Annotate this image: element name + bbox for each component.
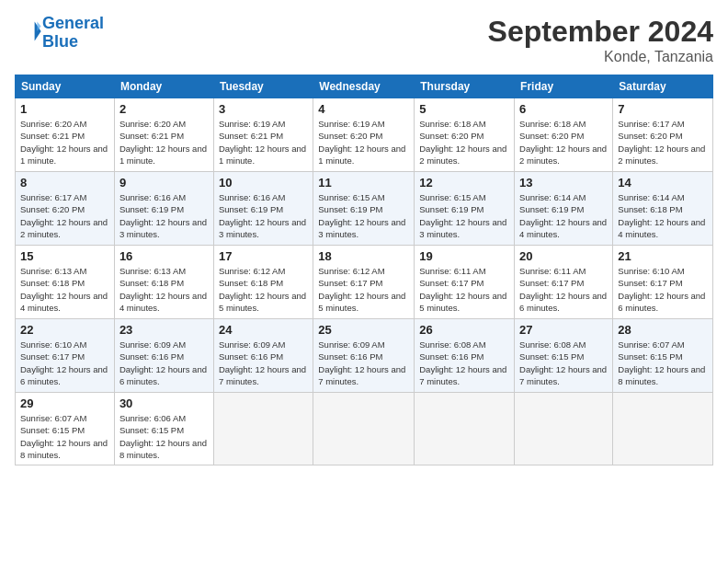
table-row: 8 Sunrise: 6:17 AM Sunset: 6:20 PM Dayli… bbox=[16, 172, 115, 246]
table-row: 19 Sunrise: 6:11 AM Sunset: 6:17 PM Dayl… bbox=[415, 246, 515, 319]
day-info: Sunrise: 6:16 AM Sunset: 6:19 PM Dayligh… bbox=[119, 191, 209, 240]
col-tuesday: Tuesday bbox=[213, 75, 313, 98]
col-wednesday: Wednesday bbox=[313, 75, 415, 98]
table-row: 15 Sunrise: 6:13 AM Sunset: 6:18 PM Dayl… bbox=[16, 246, 115, 319]
day-info: Sunrise: 6:09 AM Sunset: 6:16 PM Dayligh… bbox=[119, 339, 209, 387]
day-info: Sunrise: 6:11 AM Sunset: 6:17 PM Dayligh… bbox=[419, 265, 509, 314]
table-row: 14 Sunrise: 6:14 AM Sunset: 6:18 PM Dayl… bbox=[613, 172, 713, 246]
day-number: 25 bbox=[318, 323, 409, 337]
day-info: Sunrise: 6:18 AM Sunset: 6:20 PM Dayligh… bbox=[419, 118, 509, 167]
table-row: 2 Sunrise: 6:20 AM Sunset: 6:21 PM Dayli… bbox=[114, 98, 213, 172]
day-info: Sunrise: 6:15 AM Sunset: 6:19 PM Dayligh… bbox=[419, 191, 509, 240]
day-info: Sunrise: 6:08 AM Sunset: 6:15 PM Dayligh… bbox=[519, 339, 608, 387]
table-row: 18 Sunrise: 6:12 AM Sunset: 6:17 PM Dayl… bbox=[313, 246, 415, 319]
day-number: 9 bbox=[119, 176, 209, 190]
table-row: 7 Sunrise: 6:17 AM Sunset: 6:20 PM Dayli… bbox=[613, 98, 713, 172]
day-number: 15 bbox=[20, 249, 109, 263]
table-row bbox=[415, 393, 515, 465]
day-info: Sunrise: 6:10 AM Sunset: 6:17 PM Dayligh… bbox=[20, 339, 109, 387]
day-info: Sunrise: 6:19 AM Sunset: 6:20 PM Dayligh… bbox=[318, 118, 409, 167]
day-info: Sunrise: 6:14 AM Sunset: 6:18 PM Dayligh… bbox=[618, 191, 708, 240]
day-number: 2 bbox=[119, 102, 209, 116]
day-number: 14 bbox=[618, 176, 708, 190]
day-number: 28 bbox=[618, 323, 708, 337]
table-row: 4 Sunrise: 6:19 AM Sunset: 6:20 PM Dayli… bbox=[313, 98, 415, 172]
table-row: 28 Sunrise: 6:07 AM Sunset: 6:15 PM Dayl… bbox=[613, 319, 713, 393]
table-row: 6 Sunrise: 6:18 AM Sunset: 6:20 PM Dayli… bbox=[515, 98, 613, 172]
day-info: Sunrise: 6:15 AM Sunset: 6:19 PM Dayligh… bbox=[318, 191, 409, 240]
day-info: Sunrise: 6:06 AM Sunset: 6:15 PM Dayligh… bbox=[119, 412, 209, 461]
day-number: 11 bbox=[318, 176, 409, 190]
calendar-week-row: 22 Sunrise: 6:10 AM Sunset: 6:17 PM Dayl… bbox=[16, 319, 713, 393]
calendar-week-row: 1 Sunrise: 6:20 AM Sunset: 6:21 PM Dayli… bbox=[16, 98, 713, 172]
table-row bbox=[213, 393, 313, 465]
day-number: 26 bbox=[419, 323, 509, 337]
col-monday: Monday bbox=[114, 75, 213, 98]
day-number: 13 bbox=[519, 176, 608, 190]
day-info: Sunrise: 6:12 AM Sunset: 6:17 PM Dayligh… bbox=[318, 265, 409, 314]
day-number: 21 bbox=[618, 249, 708, 263]
calendar-week-row: 15 Sunrise: 6:13 AM Sunset: 6:18 PM Dayl… bbox=[16, 246, 713, 319]
calendar-page: General Blue September 2024 Konde, Tanza… bbox=[0, 0, 728, 563]
calendar-table: Sunday Monday Tuesday Wednesday Thursday… bbox=[15, 75, 713, 465]
table-row: 22 Sunrise: 6:10 AM Sunset: 6:17 PM Dayl… bbox=[16, 319, 115, 393]
day-info: Sunrise: 6:10 AM Sunset: 6:17 PM Dayligh… bbox=[618, 265, 708, 314]
table-row: 12 Sunrise: 6:15 AM Sunset: 6:19 PM Dayl… bbox=[415, 172, 515, 246]
calendar-header-row: Sunday Monday Tuesday Wednesday Thursday… bbox=[16, 75, 713, 98]
day-info: Sunrise: 6:07 AM Sunset: 6:15 PM Dayligh… bbox=[20, 412, 109, 461]
day-info: Sunrise: 6:08 AM Sunset: 6:16 PM Dayligh… bbox=[419, 339, 509, 387]
table-row: 25 Sunrise: 6:09 AM Sunset: 6:16 PM Dayl… bbox=[313, 319, 415, 393]
day-number: 16 bbox=[119, 249, 209, 263]
day-info: Sunrise: 6:09 AM Sunset: 6:16 PM Dayligh… bbox=[318, 339, 409, 387]
day-number: 7 bbox=[618, 102, 708, 116]
table-row bbox=[515, 393, 613, 465]
day-number: 24 bbox=[219, 323, 308, 337]
table-row: 1 Sunrise: 6:20 AM Sunset: 6:21 PM Dayli… bbox=[16, 98, 115, 172]
calendar-week-row: 8 Sunrise: 6:17 AM Sunset: 6:20 PM Dayli… bbox=[16, 172, 713, 246]
table-row: 23 Sunrise: 6:09 AM Sunset: 6:16 PM Dayl… bbox=[114, 319, 213, 393]
logo-icon bbox=[17, 18, 42, 44]
day-number: 22 bbox=[20, 323, 109, 337]
logo-text: General Blue bbox=[42, 15, 104, 52]
table-row: 20 Sunrise: 6:11 AM Sunset: 6:17 PM Dayl… bbox=[515, 246, 613, 319]
table-row: 11 Sunrise: 6:15 AM Sunset: 6:19 PM Dayl… bbox=[313, 172, 415, 246]
table-row: 26 Sunrise: 6:08 AM Sunset: 6:16 PM Dayl… bbox=[415, 319, 515, 393]
day-info: Sunrise: 6:19 AM Sunset: 6:21 PM Dayligh… bbox=[219, 118, 308, 167]
day-info: Sunrise: 6:20 AM Sunset: 6:21 PM Dayligh… bbox=[119, 118, 209, 167]
day-number: 5 bbox=[419, 102, 509, 116]
day-number: 1 bbox=[20, 102, 109, 116]
day-info: Sunrise: 6:13 AM Sunset: 6:18 PM Dayligh… bbox=[20, 265, 109, 314]
header: General Blue September 2024 Konde, Tanza… bbox=[15, 15, 713, 65]
table-row: 27 Sunrise: 6:08 AM Sunset: 6:15 PM Dayl… bbox=[515, 319, 613, 393]
day-info: Sunrise: 6:16 AM Sunset: 6:19 PM Dayligh… bbox=[219, 191, 308, 240]
day-info: Sunrise: 6:20 AM Sunset: 6:21 PM Dayligh… bbox=[20, 118, 109, 167]
table-row: 16 Sunrise: 6:13 AM Sunset: 6:18 PM Dayl… bbox=[114, 246, 213, 319]
table-row: 24 Sunrise: 6:09 AM Sunset: 6:16 PM Dayl… bbox=[213, 319, 313, 393]
day-info: Sunrise: 6:12 AM Sunset: 6:18 PM Dayligh… bbox=[219, 265, 308, 314]
table-row: 17 Sunrise: 6:12 AM Sunset: 6:18 PM Dayl… bbox=[213, 246, 313, 319]
day-info: Sunrise: 6:17 AM Sunset: 6:20 PM Dayligh… bbox=[20, 191, 109, 240]
day-info: Sunrise: 6:09 AM Sunset: 6:16 PM Dayligh… bbox=[219, 339, 308, 387]
logo-blue: Blue bbox=[42, 32, 78, 51]
day-number: 27 bbox=[519, 323, 608, 337]
table-row: 30 Sunrise: 6:06 AM Sunset: 6:15 PM Dayl… bbox=[114, 393, 213, 465]
day-number: 18 bbox=[318, 249, 409, 263]
table-row bbox=[613, 393, 713, 465]
col-thursday: Thursday bbox=[415, 75, 515, 98]
day-number: 20 bbox=[519, 249, 608, 263]
table-row: 9 Sunrise: 6:16 AM Sunset: 6:19 PM Dayli… bbox=[114, 172, 213, 246]
table-row: 5 Sunrise: 6:18 AM Sunset: 6:20 PM Dayli… bbox=[415, 98, 515, 172]
table-row: 29 Sunrise: 6:07 AM Sunset: 6:15 PM Dayl… bbox=[16, 393, 115, 465]
logo-general: General bbox=[42, 14, 104, 32]
table-row: 13 Sunrise: 6:14 AM Sunset: 6:19 PM Dayl… bbox=[515, 172, 613, 246]
day-number: 30 bbox=[119, 396, 209, 410]
month-title: September 2024 bbox=[488, 15, 713, 49]
day-number: 4 bbox=[318, 102, 409, 116]
day-info: Sunrise: 6:18 AM Sunset: 6:20 PM Dayligh… bbox=[519, 118, 608, 167]
day-number: 10 bbox=[219, 176, 308, 190]
calendar-week-row: 29 Sunrise: 6:07 AM Sunset: 6:15 PM Dayl… bbox=[16, 393, 713, 465]
col-saturday: Saturday bbox=[613, 75, 713, 98]
day-info: Sunrise: 6:13 AM Sunset: 6:18 PM Dayligh… bbox=[119, 265, 209, 314]
day-info: Sunrise: 6:14 AM Sunset: 6:19 PM Dayligh… bbox=[519, 191, 608, 240]
table-row: 21 Sunrise: 6:10 AM Sunset: 6:17 PM Dayl… bbox=[613, 246, 713, 319]
